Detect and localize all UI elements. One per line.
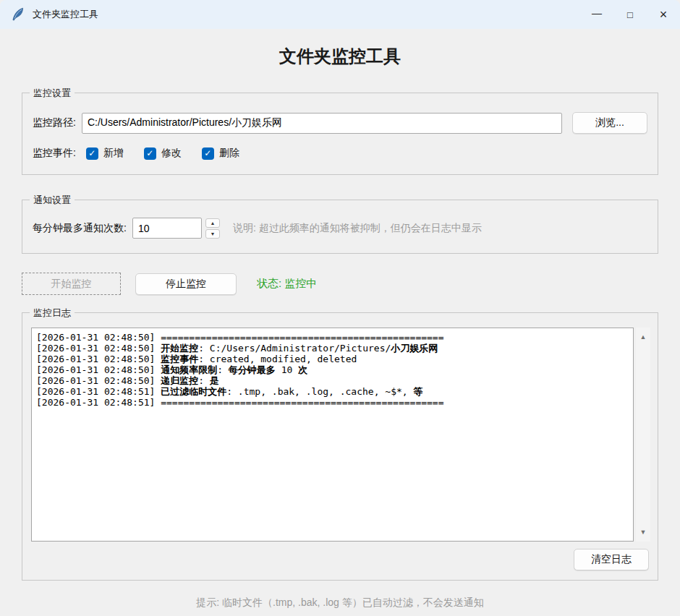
page-title: 文件夹监控工具 [0,29,680,71]
scroll-down-icon[interactable]: ▼ [636,526,650,539]
browse-button[interactable]: 浏览... [572,112,647,134]
notify-row: 每分钟最多通知次数: ▲ ▼ 说明: 超过此频率的通知将被抑制，但仍会在日志中显… [33,218,647,239]
log-scrollbar[interactable]: ▲ ▼ [636,328,650,542]
checkbox-created[interactable]: ✓ 新增 [86,147,134,160]
log-line: [2026-01-31 02:48:51] ==================… [36,397,629,408]
checkbox-deleted[interactable]: ✓ 删除 [202,147,250,160]
stop-monitor-button[interactable]: 停止监控 [135,273,237,295]
spin-up-icon[interactable]: ▲ [205,218,220,228]
monitor-settings-group: 监控设置 监控路径: 浏览... 监控事件: ✓ 新增 ✓ 修改 ✓ 删除 [22,93,658,175]
log-footer: 清空日志 [31,549,649,570]
controls-row: 开始监控 停止监控 状态: 监控中 [22,273,658,295]
notify-settings-label: 通知设置 [30,194,75,206]
checkbox-created-label[interactable]: 新增 [103,147,124,160]
events-label: 监控事件: [33,147,76,160]
start-monitor-button[interactable]: 开始监控 [22,273,121,295]
title-bar: 文件夹监控工具 — □ × [0,0,680,29]
path-input[interactable] [82,113,562,134]
rate-input[interactable] [132,218,202,239]
checkbox-checked-icon[interactable]: ✓ [86,147,98,160]
rate-hint: 说明: 超过此频率的通知将被抑制，但仍会在日志中显示 [233,222,482,235]
log-line: [2026-01-31 02:48:50] ==================… [36,332,629,343]
footer-hint: 提示: 临时文件（.tmp, .bak, .log 等）已自动过滤，不会发送通知 [0,596,680,609]
monitor-settings-label: 监控设置 [30,87,75,99]
log-group-label: 监控日志 [30,307,75,319]
scroll-up-icon[interactable]: ▲ [636,330,650,343]
close-button[interactable]: × [647,0,680,29]
log-textarea[interactable]: [2026-01-31 02:48:50] ==================… [31,328,634,542]
spin-buttons: ▲ ▼ [205,218,220,239]
window-title: 文件夹监控工具 [33,8,580,21]
clear-log-button[interactable]: 清空日志 [574,549,649,570]
log-line: [2026-01-31 02:48:51] 已过滤临时文件: .tmp, .ba… [36,386,629,397]
log-line: [2026-01-31 02:48:50] 通知频率限制: 每分钟最多 10 次 [36,364,629,375]
checkbox-checked-icon[interactable]: ✓ [202,147,214,160]
log-line: [2026-01-31 02:48:50] 开始监控: C:/Users/Adm… [36,343,629,354]
spin-down-icon[interactable]: ▼ [205,229,220,239]
events-row: 监控事件: ✓ 新增 ✓ 修改 ✓ 删除 [33,147,647,160]
checkbox-modified[interactable]: ✓ 修改 [144,147,192,160]
checkbox-checked-icon[interactable]: ✓ [144,147,156,160]
path-row: 监控路径: 浏览... [33,112,647,134]
notify-settings-group: 通知设置 每分钟最多通知次数: ▲ ▼ 说明: 超过此频率的通知将被抑制，但仍会… [22,200,658,254]
maximize-button[interactable]: □ [613,0,647,29]
rate-spinbox: ▲ ▼ [132,218,220,239]
path-label: 监控路径: [33,116,76,129]
log-line: [2026-01-31 02:48:50] 递归监控: 是 [36,375,629,386]
rate-label: 每分钟最多通知次数: [33,222,127,235]
minimize-button[interactable]: — [580,0,613,29]
log-body: [2026-01-31 02:48:50] ==================… [31,328,650,542]
status-text: 状态: 监控中 [257,277,317,291]
log-group: 监控日志 [2026-01-31 02:48:50] =============… [22,312,658,581]
checkbox-deleted-label[interactable]: 删除 [219,147,239,160]
app-feather-icon [11,7,25,22]
log-line: [2026-01-31 02:48:50] 监控事件: created, mod… [36,354,629,364]
checkbox-modified-label[interactable]: 修改 [161,147,182,160]
